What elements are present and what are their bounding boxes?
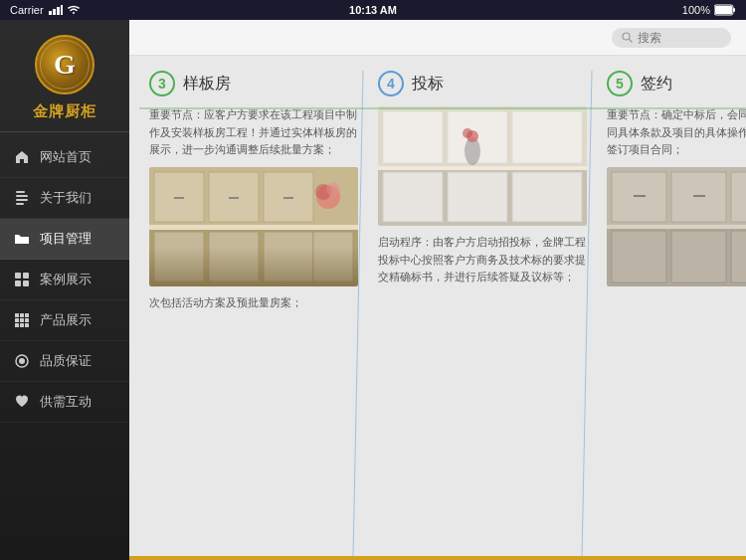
heart-icon: [12, 392, 32, 412]
stage-3-desc2: 次包括活动方案及预批量房案；: [149, 294, 358, 312]
stage-4-desc2: 启动程序：由客户方启动招投标，金牌工程投标中心按照客户方商务及技术标的要求提交精…: [378, 234, 587, 286]
search-input[interactable]: [638, 31, 717, 45]
info-icon: [12, 188, 32, 208]
stage-3-header: 3 样板房: [149, 71, 358, 96]
svg-rect-41: [313, 232, 353, 281]
svg-rect-40: [264, 232, 313, 281]
search-icon: [622, 32, 633, 43]
battery-icon: [714, 4, 736, 16]
svg-rect-19: [20, 318, 24, 322]
logo-circle: G: [35, 35, 94, 94]
stage-3-num: 3: [149, 71, 175, 96]
svg-rect-17: [25, 313, 29, 317]
svg-rect-8: [16, 195, 28, 197]
sidebar-item-cases-label: 案例展示: [40, 271, 92, 288]
svg-rect-62: [607, 225, 746, 229]
status-right: 100%: [682, 4, 736, 16]
carrier-label: Carrier: [10, 4, 44, 16]
logo-text: 金牌厨柜: [33, 102, 96, 121]
svg-rect-14: [23, 280, 29, 286]
stage-3-title: 样板房: [183, 74, 231, 94]
stage-3: 3 样板房 重要节点：应客户方要求在该工程项目中制作及安装样板房工程！并通过实体…: [139, 71, 368, 541]
svg-rect-65: [731, 172, 746, 222]
svg-rect-38: [154, 232, 204, 281]
svg-rect-12: [23, 273, 29, 279]
kitchen2-svg: [378, 106, 587, 226]
sidebar-item-supply-label: 供需互动: [40, 393, 92, 411]
svg-rect-56: [512, 172, 582, 222]
stage-4-image: [378, 106, 587, 226]
sidebar-item-products-label: 产品展示: [40, 311, 92, 329]
svg-rect-3: [61, 5, 63, 15]
svg-rect-68: [731, 231, 746, 282]
svg-rect-21: [15, 323, 19, 327]
svg-rect-6: [733, 8, 735, 12]
sidebar-item-supply[interactable]: 供需互动: [0, 382, 129, 423]
svg-rect-20: [25, 318, 29, 322]
svg-rect-2: [57, 7, 60, 15]
svg-rect-69: [634, 195, 646, 197]
svg-rect-34: [149, 225, 358, 230]
status-time: 10:13 AM: [349, 4, 397, 16]
stage-3-desc1: 重要节点：应客户方要求在该工程项目中制作及安装样板房工程！并通过实体样板房的展示…: [149, 106, 358, 159]
logo-area: G 金牌厨柜: [0, 20, 129, 132]
svg-point-59: [463, 128, 472, 138]
sidebar: G 金牌厨柜 网站首页: [0, 20, 129, 560]
sidebar-item-project-label: 项目管理: [40, 230, 92, 248]
svg-rect-7: [16, 191, 25, 193]
sidebar-item-about[interactable]: 关于我们: [0, 178, 129, 219]
svg-rect-70: [693, 195, 705, 197]
svg-rect-67: [671, 231, 726, 282]
svg-rect-54: [383, 172, 443, 222]
svg-rect-5: [715, 6, 732, 14]
main-layout: G 金牌厨柜 网站首页: [0, 20, 746, 560]
sidebar-item-quality[interactable]: 品质保证: [0, 341, 129, 382]
svg-rect-22: [20, 323, 24, 327]
svg-rect-15: [15, 313, 19, 317]
svg-rect-43: [229, 197, 239, 199]
svg-rect-10: [16, 203, 24, 205]
stage-5-desc1: 重要节点：确定中标后，会同客户方针对合同具体条款及项目的具体操作进行磋商，并签订…: [607, 106, 746, 159]
sidebar-item-home-label: 网站首页: [40, 148, 92, 166]
sidebar-item-cases[interactable]: 案例展示: [0, 260, 129, 300]
stage-3-image: [149, 167, 358, 286]
svg-rect-11: [15, 273, 21, 279]
sidebar-item-project[interactable]: 项目管理: [0, 219, 129, 260]
status-bar: Carrier 10:13 AM 100%: [0, 0, 746, 20]
stage-5-title: 签约: [641, 74, 672, 94]
svg-rect-53: [512, 111, 582, 163]
stage-4-title: 投标: [412, 74, 444, 94]
svg-rect-0: [49, 11, 52, 15]
grid-icon: [12, 270, 32, 289]
svg-rect-44: [283, 197, 293, 199]
svg-rect-13: [15, 280, 21, 286]
svg-point-25: [19, 358, 25, 364]
signal-icon: [49, 5, 63, 15]
apps-icon: [12, 310, 32, 330]
svg-rect-1: [53, 9, 56, 15]
wifi-icon: [68, 5, 80, 15]
home-icon: [12, 147, 32, 167]
svg-point-47: [326, 182, 340, 196]
top-bar: [129, 20, 746, 56]
stage-5-header: 5 签约: [607, 71, 746, 96]
folder-icon: [12, 229, 32, 249]
svg-point-26: [623, 33, 630, 40]
search-box[interactable]: [612, 28, 731, 48]
svg-rect-55: [448, 172, 507, 222]
sidebar-item-products[interactable]: 产品展示: [0, 300, 129, 341]
content-area: 3 样板房 重要节点：应客户方要求在该工程项目中制作及安装样板房工程！并通过实体…: [129, 20, 746, 560]
sidebar-item-about-label: 关于我们: [40, 189, 92, 207]
stage-4: 4 投标: [368, 71, 597, 541]
svg-rect-23: [25, 323, 29, 327]
svg-rect-66: [612, 231, 666, 282]
svg-rect-16: [20, 313, 24, 317]
bottom-bar: [129, 556, 746, 560]
content-scroll[interactable]: 3 样板房 重要节点：应客户方要求在该工程项目中制作及安装样板房工程！并通过实体…: [129, 56, 746, 556]
sidebar-item-home[interactable]: 网站首页: [0, 137, 129, 178]
stage-4-num: 4: [378, 71, 404, 96]
stage-5-num: 5: [607, 71, 633, 96]
stage-4-header: 4 投标: [378, 71, 587, 96]
stage-5-image: [607, 167, 746, 286]
svg-rect-51: [383, 111, 443, 163]
